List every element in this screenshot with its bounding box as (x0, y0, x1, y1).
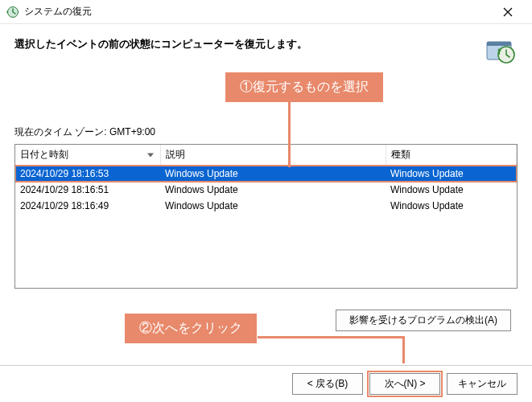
system-restore-icon (6, 6, 19, 18)
dialog-footer: < 戻る(B) 次へ(N) > キャンセル (0, 365, 532, 402)
cell-description: Windows Update (160, 182, 386, 198)
table-row[interactable]: 2024/10/29 18:16:49 Windows Update Windo… (15, 198, 517, 214)
next-button[interactable]: 次へ(N) > (369, 373, 440, 395)
table-row[interactable]: 2024/10/29 18:16:51 Windows Update Windo… (15, 182, 517, 198)
cell-datetime: 2024/10/29 18:16:53 (15, 166, 160, 183)
cell-type: Windows Update (386, 182, 517, 198)
annotation-line-2a (258, 336, 402, 338)
cell-description: Windows Update (160, 198, 386, 214)
scan-affected-programs-button[interactable]: 影響を受けるプログラムの検出(A) (336, 310, 511, 331)
annotation-line-1 (288, 101, 291, 167)
annotation-callout-1: ①復元するものを選択 (225, 72, 383, 102)
close-button[interactable] (490, 1, 526, 23)
cell-description: Windows Update (160, 166, 386, 183)
cancel-button[interactable]: キャンセル (447, 373, 518, 395)
window-title: システムの復元 (24, 5, 490, 18)
table-header-row[interactable]: 日付と時刻 説明 種類 (15, 145, 517, 166)
column-description[interactable]: 説明 (160, 145, 386, 166)
column-datetime[interactable]: 日付と時刻 (15, 145, 160, 166)
cell-type: Windows Update (386, 166, 517, 183)
dialog-body: 選択したイベントの前の状態にコンピューターを復元します。 現在のタイム ゾーン:… (0, 24, 532, 298)
title-bar: システムの復元 (0, 0, 532, 24)
restore-points-table[interactable]: 日付と時刻 説明 種類 2024/10/29 18:16:53 Windows … (14, 144, 518, 289)
timezone-label: 現在のタイム ゾーン: GMT+9:00 (14, 125, 518, 139)
svg-rect-2 (487, 42, 511, 46)
annotation-line-2b (402, 336, 405, 363)
page-heading: 選択したイベントの前の状態にコンピューターを復元します。 (14, 34, 307, 51)
cell-datetime: 2024/10/29 18:16:51 (15, 182, 160, 198)
column-type[interactable]: 種類 (386, 145, 517, 166)
cell-datetime: 2024/10/29 18:16:49 (15, 198, 160, 214)
cell-type: Windows Update (386, 198, 517, 214)
annotation-callout-2: ②次へをクリック (125, 314, 257, 343)
table-row[interactable]: 2024/10/29 18:16:53 Windows Update Windo… (15, 166, 517, 183)
restore-hero-icon (482, 34, 518, 69)
back-button[interactable]: < 戻る(B) (292, 373, 363, 395)
